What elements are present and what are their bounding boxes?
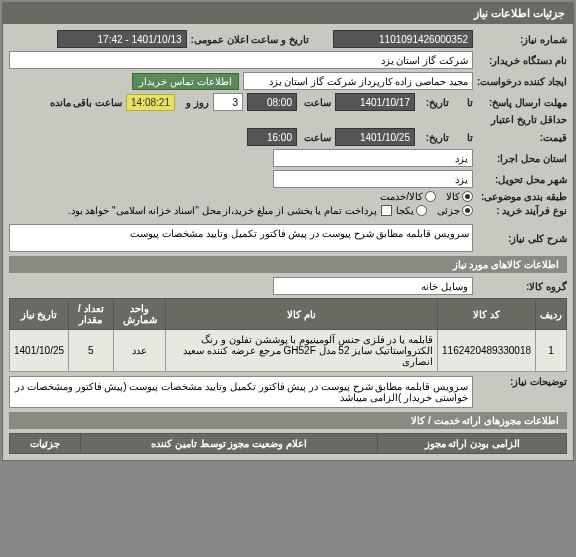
main-header: جزئیات اطلاعات نیاز [3,3,573,24]
radio-icon [425,191,436,202]
radio-service[interactable]: کالا/خدمت [380,191,436,202]
note-text: سرویس قابلمه مطابق شرح پیوست در پیش فاکت… [9,376,473,408]
need-no-value: 1101091426000352 [333,30,473,48]
col-guarantee: اعلام وضعیت مجوز توسط تامین کننده [80,434,378,454]
cell-date: 1401/10/25 [10,330,69,372]
exec-province-label: استان محل اجرا: [477,153,567,164]
days-value: 3 [213,93,243,111]
table-row: 1 1162420489330018 قابلمه یا در فلزی جنس… [10,330,567,372]
buyer-value: شرکت گاز استان یزد [9,51,473,69]
remain-time: 14:08:21 [126,94,175,111]
goods-table: ردیف کد کالا نام کالا واحد شمارش تعداد /… [9,298,567,372]
col-name: نام کالا [166,299,438,330]
cell-unit: عدد [113,330,166,372]
buyer-label: نام دستگاه خریدار: [477,55,567,66]
col-date: تاریخ نیاز [10,299,69,330]
payment-note: پرداخت تمام یا بخشی از مبلغ خرید،از محل … [68,205,377,216]
col-unit: واحد شمارش [113,299,166,330]
col-mandatory: الزامی بودن ارائه مجوز [378,434,567,454]
group-label: گروه کالا: [477,281,567,292]
price-label: قیمت: [477,132,567,143]
validity-date: 1401/10/25 [335,128,415,146]
desc-label: شرح کلی نیاز: [477,233,567,244]
radio-icon [416,205,427,216]
requester-value: مجید حماصی زاده کارپرداز شرکت گاز استان … [243,72,473,90]
datetime-value: 1401/10/13 - 17:42 [57,30,187,48]
cell-code: 1162420489330018 [438,330,536,372]
remain-label: ساعت باقی مانده [50,97,123,108]
datetime-label: تاریخ و ساعت اعلان عمومی: [191,34,309,45]
col-details: جزئیات [10,434,81,454]
send-time: 08:00 [247,93,297,111]
permits-header: اطلاعات مجوزهای ارائه خدمت / کالا [9,412,567,429]
requester-label: ایجاد کننده درخواست: [477,76,567,87]
exec-province: یزد [273,149,473,167]
date-label-2: تاریخ: [419,132,449,143]
to-label: تا [453,97,473,108]
note-label: توضیحات نیاز: [477,376,567,387]
time-label-1: ساعت [301,97,331,108]
radio-icon [462,205,473,216]
goods-section-header: اطلاعات کالاهای مورد نیاز [9,256,567,273]
validity-label: حداقل تاریخ اعتبار [477,114,567,125]
cell-name: قابلمه یا در فلزی جنس آلومینیوم با پوششن… [166,330,438,372]
radio-full[interactable]: یکجا [396,205,427,216]
radio-icon [462,191,473,202]
category-radio-group: کالا کالا/خدمت [380,191,473,202]
purchase-radio-group: جزئی یکجا [396,205,473,216]
need-no-label: شماره نیاز: [477,34,567,45]
group-value: وسایل خانه [273,277,473,295]
col-qty: تعداد / مقدار [69,299,114,330]
send-deadline-label: مهلت ارسال پاسخ: [477,97,567,108]
to-label-2: تا [453,132,473,143]
time-label-2: ساعت [301,132,331,143]
validity-time: 16:00 [247,128,297,146]
payment-checkbox[interactable] [381,205,392,216]
contact-link[interactable]: اطلاعات تماس خریدار [132,73,239,90]
desc-text: سرویس قابلمه مطابق شرح پیوست در پیش فاکت… [9,224,473,252]
col-row: ردیف [536,299,567,330]
days-label: روز و [179,97,209,108]
col-code: کد کالا [438,299,536,330]
radio-partial[interactable]: جزئی [437,205,473,216]
deliver-city: یزد [273,170,473,188]
cell-qty: 5 [69,330,114,372]
cell-row: 1 [536,330,567,372]
category-label: طبقه بندی موضوعی: [477,191,567,202]
radio-goods[interactable]: کالا [446,191,473,202]
deliver-city-label: شهر محل تحویل: [477,174,567,185]
permits-table: الزامی بودن ارائه مجوز اعلام وضعیت مجوز … [9,433,567,454]
send-date: 1401/10/17 [335,93,415,111]
purchase-type-label: نوع فرآیند خرید : [477,205,567,216]
date-label: تاریخ: [419,97,449,108]
